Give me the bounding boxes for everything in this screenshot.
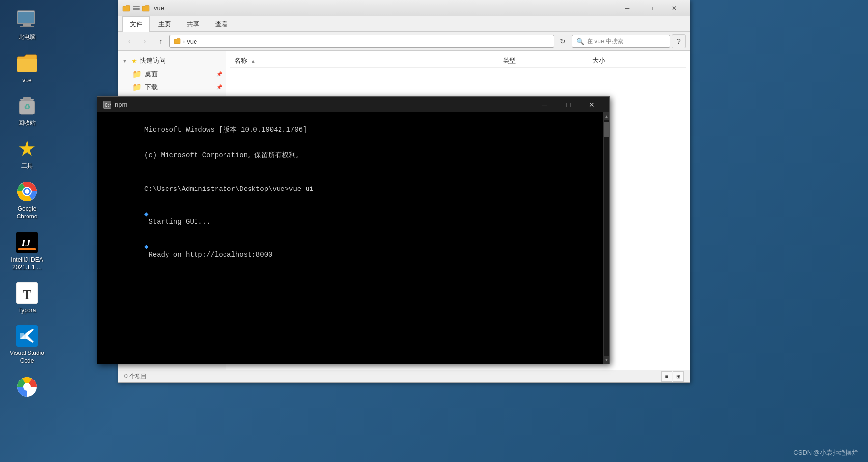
terminal-controls: ─ □ ✕: [533, 97, 603, 112]
scrollbar-up-button[interactable]: ▲: [604, 112, 609, 120]
maximize-button[interactable]: □: [640, 0, 662, 16]
desktop-icon-intellij[interactable]: IJ IntelliJ IDEA 2021.1.1 ...: [5, 228, 49, 274]
forward-button[interactable]: ›: [138, 34, 152, 48]
tools-icon-label: 工具: [21, 163, 33, 170]
vue-folder-icon-label: vue: [22, 77, 31, 84]
scrollbar-down-button[interactable]: ▼: [604, 356, 609, 364]
desktop-icon-typora[interactable]: T Typora: [5, 278, 49, 318]
address-bar: ‹ › ↑ › vue ↻ 🔍 在 vue 中搜索 ?: [118, 32, 690, 51]
term-diamond-2: ◆: [144, 243, 148, 251]
typora-icon: T: [15, 281, 39, 305]
scrollbar-thumb[interactable]: [604, 122, 609, 137]
computer-icon-label: 此电脑: [18, 33, 36, 41]
col-name-header[interactable]: 名称 ▲: [234, 56, 503, 65]
svg-text:C:\: C:\: [105, 103, 111, 108]
status-bar: 0 个项目 ≡ ⊞: [118, 370, 690, 382]
ribbon: 文件 主页 共享 查看: [118, 16, 690, 32]
term-system-line-0: Microsoft Windows [版本 10.0.19042.1706]: [144, 126, 307, 134]
npm-terminal-window: C:\ npm ─ □ ✕ Microsoft Windows [版本 10.0…: [97, 96, 610, 364]
desktop-icon-bottom[interactable]: [5, 372, 49, 404]
typora-icon-label: Typora: [18, 307, 36, 315]
recycle-icon: ♻: [15, 94, 39, 117]
downloads-folder-icon: 📁: [132, 82, 142, 92]
terminal-content[interactable]: Microsoft Windows [版本 10.0.19042.1706] (…: [97, 112, 603, 364]
svg-text:IJ: IJ: [21, 237, 31, 249]
close-button[interactable]: ✕: [663, 0, 686, 16]
desktop-icon-vue[interactable]: vue: [5, 48, 49, 87]
term-prompt-line: C:\Users\Administrator\Desktop\vue>vue u…: [144, 185, 313, 193]
desktop-icons: 此电脑 vue ♻ 回收站: [0, 0, 54, 408]
tab-file[interactable]: 文件: [122, 16, 150, 32]
term-line-4: ◆ Starting GUI...: [103, 202, 597, 234]
terminal-close-button[interactable]: ✕: [581, 97, 603, 112]
bottom-icon: [15, 375, 39, 399]
term-line-2: [103, 168, 597, 176]
title-bar-controls: ─ □ ✕: [616, 0, 686, 16]
tab-share[interactable]: 共享: [179, 16, 207, 31]
term-status-ready: Ready on http://localhost:8000: [144, 251, 272, 259]
svg-rect-22: [133, 9, 140, 10]
list-view-button[interactable]: ≡: [661, 371, 672, 382]
vue-folder-icon: [15, 51, 39, 75]
tab-view[interactable]: 查看: [208, 16, 235, 31]
svg-rect-14: [18, 248, 36, 250]
terminal-title-text: npm: [115, 101, 533, 108]
col-size-header: 大小: [592, 56, 682, 65]
sidebar-item-quickaccess[interactable]: ▼ ★ 快速访问: [118, 54, 226, 67]
path-vue: vue: [187, 38, 197, 45]
help-button[interactable]: ?: [672, 34, 686, 48]
desktop-icon-vscode[interactable]: Visual Studio Code: [5, 321, 49, 368]
svg-rect-3: [20, 26, 34, 27]
term-diamond-1: ◆: [144, 210, 148, 218]
svg-text:T: T: [23, 287, 32, 302]
tools-star-icon: ★: [15, 137, 39, 161]
svg-point-11: [25, 189, 29, 194]
desktop-icon-computer[interactable]: 此电脑: [5, 5, 49, 44]
vscode-icon-label: Visual Studio Code: [7, 350, 47, 365]
term-line-5: ◆ Ready on http://localhost:8000: [103, 235, 597, 267]
svg-text:♻: ♻: [24, 103, 30, 111]
chrome-icon: [15, 180, 39, 203]
file-explorer-title: vue: [154, 4, 616, 12]
downloads-pin-icon: 📌: [216, 84, 222, 90]
grid-view-button[interactable]: ⊞: [673, 371, 684, 382]
sidebar-item-downloads[interactable]: 📁 下载 📌: [118, 81, 226, 94]
desktop-icon-tools[interactable]: ★ 工具: [5, 134, 49, 173]
expand-icon: ▼: [122, 58, 128, 64]
file-explorer-title-bar: vue ─ □ ✕: [118, 0, 690, 16]
content-header: 名称 ▲ 类型 大小: [230, 54, 686, 68]
svg-rect-5: [23, 97, 31, 100]
intellij-icon-label: IntelliJ IDEA 2021.1.1 ...: [11, 256, 43, 272]
title-bar-folder-icons: [122, 5, 150, 12]
csdn-text: CSDN @小袁拒绝摆烂: [793, 449, 858, 456]
desktop-icon-chrome[interactable]: Google Chrome: [5, 177, 49, 223]
svg-rect-2: [23, 24, 31, 26]
back-button[interactable]: ‹: [122, 34, 136, 48]
minimize-button[interactable]: ─: [616, 0, 639, 16]
svg-rect-1: [18, 12, 34, 23]
col-type-header[interactable]: 类型: [503, 56, 592, 65]
desktop-icon-recycle[interactable]: ♻ 回收站: [5, 91, 49, 130]
up-button[interactable]: ↑: [154, 34, 168, 48]
term-line-1: (c) Microsoft Corporation。保留所有权利。: [103, 143, 597, 167]
item-count: 0 个项目: [124, 372, 147, 380]
svg-rect-20: [133, 6, 140, 7]
terminal-body: Microsoft Windows [版本 10.0.19042.1706] (…: [97, 112, 609, 364]
tab-home[interactable]: 主页: [151, 16, 178, 31]
recycle-icon-label: 回收站: [18, 119, 36, 127]
pin-icon: 📌: [216, 71, 222, 77]
svg-point-19: [23, 383, 31, 391]
term-line-0: Microsoft Windows [版本 10.0.19042.1706]: [103, 117, 597, 142]
desktop: 此电脑 vue ♻ 回收站: [0, 0, 868, 462]
search-icon: 🔍: [576, 38, 584, 45]
address-path[interactable]: › vue: [169, 35, 554, 48]
terminal-maximize-button[interactable]: □: [557, 97, 580, 112]
downloads-label: 下载: [145, 83, 158, 92]
refresh-button[interactable]: ↻: [556, 34, 570, 48]
terminal-minimize-button[interactable]: ─: [533, 97, 556, 112]
terminal-app-icon: C:\: [103, 101, 111, 109]
term-status-starting: Starting GUI...: [144, 218, 210, 226]
csdn-watermark: CSDN @小袁拒绝摆烂: [793, 448, 858, 457]
sidebar-item-desktop[interactable]: 📁 桌面 📌: [118, 67, 226, 81]
search-box[interactable]: 🔍 在 vue 中搜索: [572, 35, 670, 48]
